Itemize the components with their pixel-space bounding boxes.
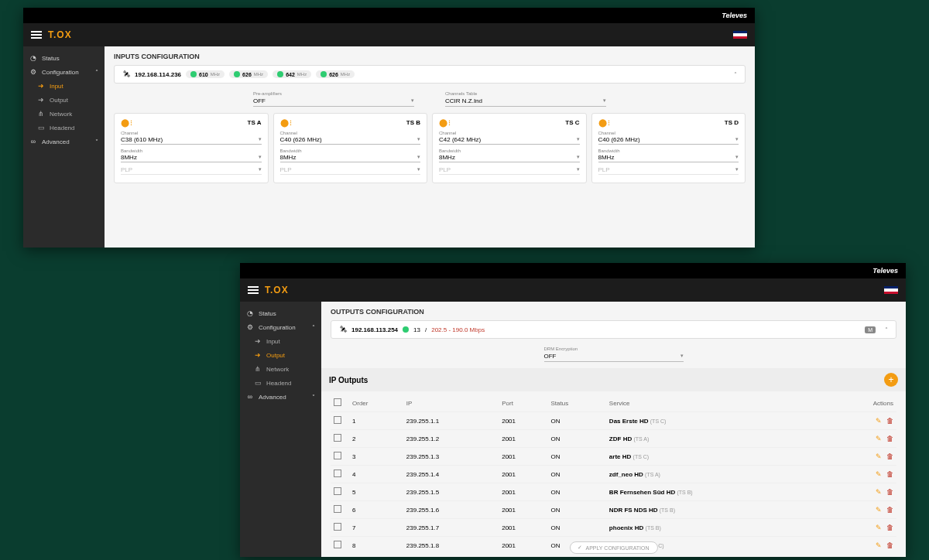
delete-icon[interactable]: 🗑 xyxy=(886,417,893,425)
sidebar-item-headend[interactable]: ▭Headend xyxy=(240,376,321,390)
delete-icon[interactable]: 🗑 xyxy=(886,488,893,496)
plp-select: PLP▾ xyxy=(598,166,739,175)
col-status: Status xyxy=(548,394,606,412)
cell-status: ON xyxy=(548,430,606,448)
sidebar-item-configuration[interactable]: ⚙Configuration˄ xyxy=(240,320,321,334)
edit-icon[interactable]: ✎ xyxy=(876,488,882,496)
m-badge: M xyxy=(865,326,876,333)
global-selects: Pre-amplifiersOFF▾ Channels TableCCIR N.… xyxy=(114,88,746,113)
delete-icon[interactable]: 🗑 xyxy=(886,470,893,478)
collapse-icon[interactable]: ˄ xyxy=(885,326,888,333)
bandwidth-select[interactable]: Bandwidth8MHz▾ xyxy=(280,148,421,162)
col-ip: IP xyxy=(403,394,499,412)
plp-select: PLP▾ xyxy=(439,166,580,175)
signal-icon: ⬤⫶ xyxy=(598,118,611,127)
sidebar-item-advanced[interactable]: ∞Advanced˅ xyxy=(23,135,105,149)
channel-select[interactable]: ChannelC38 (610 MHz)▾ xyxy=(121,130,262,145)
language-flag-icon[interactable] xyxy=(884,286,898,294)
edit-icon[interactable]: ✎ xyxy=(876,435,882,442)
row-checkbox[interactable] xyxy=(334,505,341,513)
edit-icon[interactable]: ✎ xyxy=(876,417,882,425)
cell-service: zdf_neo HD (TS A) xyxy=(606,466,826,483)
sidebar: ◔Status ⚙Configuration˄ ➜Input ➜Output ⋔… xyxy=(240,302,321,557)
cell-ip: 239.255.1.1 xyxy=(403,412,499,430)
select-all-checkbox[interactable] xyxy=(334,398,341,406)
delete-icon[interactable]: 🗑 xyxy=(886,506,893,514)
edit-icon[interactable]: ✎ xyxy=(876,506,882,514)
sidebar-item-advanced[interactable]: ∞Advanced˅ xyxy=(240,390,321,404)
delete-icon[interactable]: 🗑 xyxy=(886,541,893,549)
cell-status: ON xyxy=(548,501,606,519)
chevron-down-icon: ˅ xyxy=(95,138,98,145)
preamp-select[interactable]: Pre-amplifiersOFF▾ xyxy=(253,91,414,107)
cell-service: NDR FS NDS HD (TS B) xyxy=(606,501,826,519)
status-dot-icon xyxy=(403,326,409,333)
ts-name: TS D xyxy=(725,119,739,126)
menu-icon[interactable] xyxy=(248,286,259,294)
sidebar-item-configuration[interactable]: ⚙Configuration˄ xyxy=(23,65,105,79)
row-checkbox[interactable] xyxy=(334,523,341,531)
apply-configuration-button[interactable]: ✓APPLY CONFIGURATION xyxy=(569,541,657,554)
delete-icon[interactable]: 🗑 xyxy=(886,435,893,442)
delete-icon[interactable]: 🗑 xyxy=(886,452,893,460)
channel-select[interactable]: ChannelC42 (642 MHz)▾ xyxy=(439,130,580,145)
row-checkbox[interactable] xyxy=(334,541,341,548)
table-row: 2 239.255.1.2 2001 ON ZDF HD (TS A) ✎🗑 xyxy=(331,430,896,448)
sidebar-item-network[interactable]: ⋔Network xyxy=(23,107,105,121)
ts-card: ⬤⫶TS A ChannelC38 (610 MHz)▾ Bandwidth8M… xyxy=(114,113,269,183)
table-row: 7 239.255.1.7 2001 ON phoenix HD (TS B) … xyxy=(331,519,896,537)
cell-ip: 239.255.1.7 xyxy=(403,519,499,537)
ts-card: ⬤⫶TS D ChannelC40 (626 MHz)▾ Bandwidth8M… xyxy=(591,113,746,183)
delete-icon[interactable]: 🗑 xyxy=(886,524,893,531)
row-checkbox[interactable] xyxy=(334,470,341,477)
main-inputs: INPUTS CONFIGURATION 🛰 192.168.114.236 6… xyxy=(105,46,755,248)
channel-select[interactable]: ChannelC40 (626 MHz)▾ xyxy=(598,130,739,145)
cell-ip: 239.255.1.3 xyxy=(403,448,499,466)
bandwidth-select[interactable]: Bandwidth8MHz▾ xyxy=(439,148,580,162)
output-icon: ➜ xyxy=(37,96,45,104)
sidebar-item-output[interactable]: ➜Output xyxy=(23,93,105,107)
ip-outputs-header: IP Outputs + xyxy=(321,368,906,391)
edit-icon[interactable]: ✎ xyxy=(876,541,882,549)
section-title: IP Outputs xyxy=(329,376,368,384)
drm-select[interactable]: DRM EncryptionOFF▾ xyxy=(544,347,684,362)
headend-icon: ▭ xyxy=(254,379,262,387)
headend-icon: ▭ xyxy=(37,124,45,131)
antenna-icon: 🛰 xyxy=(339,326,347,333)
check-icon: ✓ xyxy=(578,545,582,551)
device-ip: 192.168.113.254 xyxy=(351,326,398,333)
outputs-table: Order IP Port Status Service Actions 1 2… xyxy=(331,394,896,554)
menu-icon[interactable] xyxy=(31,31,42,39)
cell-port: 2001 xyxy=(499,501,547,519)
row-checkbox[interactable] xyxy=(334,487,341,495)
edit-icon[interactable]: ✎ xyxy=(876,470,882,478)
bandwidth-select[interactable]: Bandwidth8MHz▾ xyxy=(121,148,262,162)
language-flag-icon[interactable] xyxy=(733,31,747,39)
sidebar-item-input[interactable]: ➜Input xyxy=(23,79,105,93)
channel-select[interactable]: ChannelC40 (626 MHz)▾ xyxy=(280,130,421,145)
row-checkbox[interactable] xyxy=(334,452,341,459)
sidebar-item-headend[interactable]: ▭Headend xyxy=(23,121,105,135)
cell-service: phoenix HD (TS B) xyxy=(606,519,826,537)
logo: T.OX xyxy=(48,29,72,40)
sidebar-item-network[interactable]: ⋔Network xyxy=(240,362,321,376)
col-port: Port xyxy=(499,394,547,412)
signal-icon: ⬤⫶ xyxy=(280,118,293,127)
row-checkbox[interactable] xyxy=(334,416,341,424)
share-icon: ∞ xyxy=(29,138,37,145)
edit-icon[interactable]: ✎ xyxy=(876,524,882,531)
bandwidth-select[interactable]: Bandwidth8MHz▾ xyxy=(598,148,739,162)
edit-icon[interactable]: ✎ xyxy=(876,452,882,460)
sidebar-item-status[interactable]: ◔Status xyxy=(23,51,105,65)
device-ip: 192.168.114.236 xyxy=(135,71,181,78)
row-checkbox[interactable] xyxy=(334,434,341,442)
chtable-select[interactable]: Channels TableCCIR N.Z.Ind▾ xyxy=(445,91,606,107)
collapse-icon[interactable]: ˄ xyxy=(734,71,737,78)
cell-port: 2001 xyxy=(499,537,547,555)
ts-name: TS B xyxy=(406,119,420,126)
sidebar-item-input[interactable]: ➜Input xyxy=(240,334,321,348)
add-button[interactable]: + xyxy=(884,373,898,387)
page-title: OUTPUTS CONFIGURATION xyxy=(331,308,896,316)
sidebar-item-status[interactable]: ◔Status xyxy=(240,306,321,320)
sidebar-item-output[interactable]: ➜Output xyxy=(240,348,321,362)
